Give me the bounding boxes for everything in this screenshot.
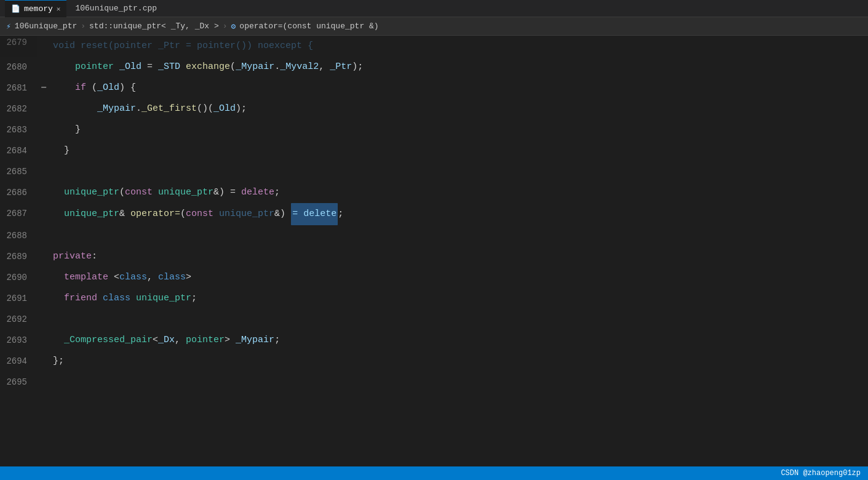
tab-memory[interactable]: 📄 memory ✕ [5, 0, 66, 17]
gutter-2680 [37, 57, 50, 78]
code-line-2687: 2687 unique_ptr & operator= ( const uniq… [0, 203, 868, 225]
code-line-2691: 2691 friend class unique_ptr ; [0, 288, 868, 309]
line-number-2690: 2690 [0, 267, 37, 288]
code-content-2679: void reset(pointer _Ptr = pointer()) noe… [50, 36, 868, 57]
code-content-2686: unique_ptr ( const unique_ptr &) = delet… [50, 182, 868, 203]
line-number-2695: 2695 [0, 372, 37, 393]
code-line-2679: 2679 void reset(pointer _Ptr = pointer()… [0, 36, 868, 57]
line-number-2680: 2680 [0, 57, 37, 78]
code-line-2695: 2695 [0, 372, 868, 393]
code-content-2683: } [50, 119, 868, 140]
code-line-2686: 2686 unique_ptr ( const unique_ptr &) = … [0, 182, 868, 203]
line-number-2679: 2679 [0, 36, 37, 57]
code-line-2685: 2685 [0, 161, 868, 182]
status-bar: CSDN @zhaopeng01zp [0, 466, 868, 480]
tab-close-memory[interactable]: ✕ [57, 5, 61, 13]
code-content-2691: friend class unique_ptr ; [50, 288, 868, 309]
gutter-2687 [37, 203, 50, 225]
code-line-2694: 2694 }; [0, 351, 868, 372]
line-number-2684: 2684 [0, 140, 37, 161]
line-number-2682: 2682 [0, 98, 37, 119]
gutter-2683 [37, 119, 50, 140]
gutter-2685 [37, 161, 50, 182]
gutter-2694 [37, 351, 50, 372]
gutter-2691 [37, 288, 50, 309]
code-line-2692: 2692 [0, 309, 868, 330]
highlighted-delete: = delete [291, 203, 338, 225]
breadcrumb-item-1[interactable]: 106unique_ptr [15, 22, 77, 31]
breadcrumb-bar: ⚡ 106unique_ptr › std::unique_ptr< _Ty, … [0, 17, 868, 36]
line-number-2686: 2686 [0, 182, 37, 203]
code-content-2692 [50, 309, 868, 330]
code-line-2681: 2681 − if ( _Old ) { [0, 78, 868, 98]
breadcrumb-item-3[interactable]: operator=(const unique_ptr &) [239, 22, 378, 31]
breadcrumb-item-2[interactable]: std::unique_ptr< _Ty, _Dx > [89, 22, 219, 31]
code-line-2680: 2680 pointer _Old = _STD exchange ( _Myp… [0, 57, 868, 78]
tab-label-106: 106unique_ptr.cpp [75, 4, 157, 13]
code-content-2695 [50, 372, 868, 393]
gutter-2695 [37, 372, 50, 393]
code-content-2693: _Compressed_pair < _Dx , pointer > _Mypa… [50, 330, 868, 351]
code-content-2680: pointer _Old = _STD exchange ( _Mypair .… [50, 57, 868, 78]
code-line-2690: 2690 template < class , class > [0, 267, 868, 288]
code-content-2681: if ( _Old ) { [50, 78, 868, 98]
gutter-2681: − [37, 78, 50, 98]
line-number-2693: 2693 [0, 330, 37, 351]
code-line-2682: 2682 _Mypair . _Get_first ()( _Old ); [0, 98, 868, 119]
line-number-2694: 2694 [0, 351, 37, 372]
code-line-2683: 2683 } [0, 119, 868, 140]
code-content-2694: }; [50, 351, 868, 372]
gutter-2689 [37, 246, 50, 267]
line-number-2692: 2692 [0, 309, 37, 330]
tab-106unique[interactable]: 106unique_ptr.cpp [69, 0, 163, 17]
gutter-2679 [37, 36, 50, 57]
gutter-2690 [37, 267, 50, 288]
breadcrumb-sep-1: › [81, 22, 86, 31]
code-content-2685 [50, 161, 868, 182]
attribution: CSDN @zhaopeng01zp [781, 469, 861, 478]
gutter-2692 [37, 309, 50, 330]
code-line-2689: 2689 private : [0, 246, 868, 267]
code-line-2693: 2693 _Compressed_pair < _Dx , pointer > … [0, 330, 868, 351]
breadcrumb-icon-1: ⚡ [6, 22, 11, 31]
line-number-2681: 2681 [0, 78, 37, 98]
tab-icon-memory: 📄 [11, 4, 20, 14]
title-bar: 📄 memory ✕ 106unique_ptr.cpp [0, 0, 868, 17]
line-number-2691: 2691 [0, 288, 37, 309]
code-content-2690: template < class , class > [50, 267, 868, 288]
gutter-2688 [37, 225, 50, 246]
code-content-2688 [50, 225, 868, 246]
code-line-2688: 2688 [0, 225, 868, 246]
code-line-2684: 2684 } [0, 140, 868, 161]
code-content-2682: _Mypair . _Get_first ()( _Old ); [50, 98, 868, 119]
gutter-2686 [37, 182, 50, 203]
gutter-2693 [37, 330, 50, 351]
tab-label-memory: memory [24, 4, 53, 14]
line-number-2688: 2688 [0, 225, 37, 246]
breadcrumb-sep-2: › [223, 22, 228, 31]
code-content-2687: unique_ptr & operator= ( const unique_pt… [50, 203, 868, 225]
gutter-2682 [37, 98, 50, 119]
line-number-2685: 2685 [0, 161, 37, 182]
breadcrumb-icon-2: ⚙ [231, 22, 236, 31]
code-content-2684: } [50, 140, 868, 161]
gutter-2684 [37, 140, 50, 161]
code-area: 2679 void reset(pointer _Ptr = pointer()… [0, 36, 868, 466]
code-content-2689: private : [50, 246, 868, 267]
line-number-2689: 2689 [0, 246, 37, 267]
line-number-2683: 2683 [0, 119, 37, 140]
line-number-2687: 2687 [0, 203, 37, 225]
